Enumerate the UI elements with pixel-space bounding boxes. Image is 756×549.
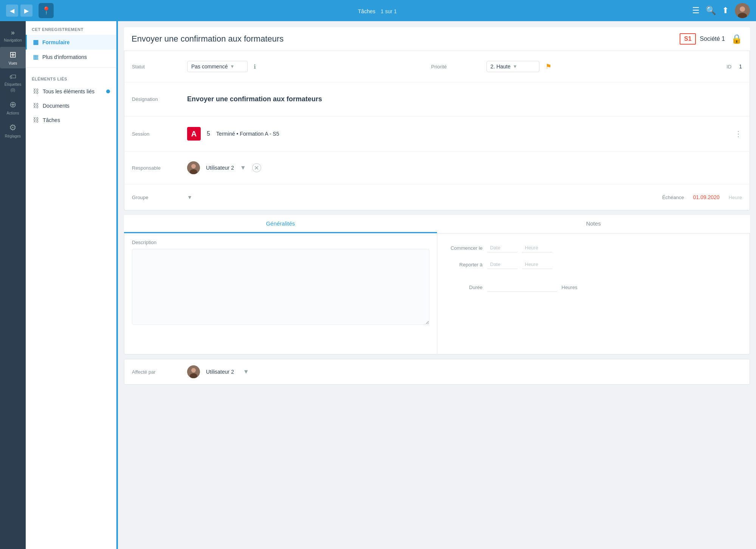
- tabs-row: Généralités Notes: [124, 215, 750, 234]
- left-panel-item-tous[interactable]: ⛓ Tous les éléments liés: [26, 84, 116, 99]
- heures-label: Heures: [562, 285, 578, 290]
- search-button[interactable]: 🔍: [706, 6, 716, 15]
- priority-flag-icon: ⚑: [545, 62, 552, 71]
- affecte-avatar: [187, 365, 200, 378]
- society-name: Société 1: [700, 36, 725, 42]
- actions-icon: ⊕: [9, 100, 16, 110]
- responsable-chevron[interactable]: ▼: [240, 164, 246, 171]
- svg-point-7: [191, 368, 196, 373]
- sidebar-item-reglages[interactable]: ⚙ Réglages: [0, 120, 26, 141]
- priorite-label: Priorité: [431, 64, 480, 70]
- society-badge: S1: [680, 33, 696, 45]
- statut-label: Statut: [132, 64, 181, 70]
- affecte-chevron[interactable]: ▼: [243, 368, 249, 375]
- tous-label: Tous les éléments liés: [43, 88, 94, 94]
- topbar: ◀ ▶ 📍 Tâches 1 sur 1 ☰ 🔍 ⬆: [0, 0, 756, 21]
- priorite-value: 2. Haute: [491, 63, 511, 70]
- session-more-icon[interactable]: ⋮: [734, 129, 742, 138]
- form-section-designation: Désignation: [124, 82, 750, 116]
- sidebar-label-etiquettes-count: (0): [11, 88, 15, 92]
- angular-letter: A: [191, 130, 197, 138]
- echeance-label: Échéance: [662, 195, 684, 200]
- groupe-select[interactable]: ▼: [187, 194, 192, 200]
- description-textarea[interactable]: [132, 249, 429, 325]
- divider: [26, 67, 116, 68]
- groupe-echeance-row: Groupe ▼ Échéance 01.09.2020 Heure: [132, 190, 742, 204]
- formulaire-icon: ▦: [33, 39, 39, 46]
- statut-chevron: ▼: [230, 64, 234, 69]
- main-content: Envoyer une confirmation aux formateurs …: [118, 21, 756, 549]
- formulaire-label: Formulaire: [42, 39, 70, 45]
- left-panel-item-documents[interactable]: ⛓ Documents: [26, 99, 116, 113]
- documents-label: Documents: [43, 103, 70, 109]
- priorite-chevron: ▼: [513, 64, 517, 69]
- app-layout: » Navigation ⊞ Vues 🏷 Étiquettes (0) ⊕ A…: [0, 21, 756, 549]
- record-header: Envoyer une confirmation aux formateurs …: [124, 27, 750, 51]
- duree-input[interactable]: [487, 283, 557, 292]
- sidebar-item-navigation[interactable]: » Navigation: [0, 26, 26, 45]
- tab-notes-label: Notes: [586, 220, 601, 227]
- left-panel-item-plus[interactable]: ▦ Plus d'informations: [26, 49, 116, 64]
- echeance-heure-placeholder: Heure: [729, 195, 742, 200]
- page-title: Tâches: [358, 8, 375, 14]
- designation-label: Désignation: [132, 96, 181, 102]
- statut-info-icon[interactable]: ℹ: [254, 63, 256, 70]
- affecte-par-card: Affecté par Utilisateur 2 ▼: [124, 359, 750, 385]
- statut-select[interactable]: Pas commencé ▼: [187, 61, 248, 72]
- groupe-label: Groupe: [132, 195, 181, 200]
- form-section-groupe: Groupe ▼ Échéance 01.09.2020 Heure: [124, 184, 750, 210]
- tabs-content: Description Commencer le Date Heure Repo…: [124, 234, 750, 354]
- form-section-session: Session A 5 Terminé • Formation A - S5 ⋮: [124, 116, 750, 152]
- sidebar-item-actions[interactable]: ⊕ Actions: [0, 97, 26, 118]
- left-panel-item-taches[interactable]: ⛓ Tâches: [26, 113, 116, 127]
- navigation-icon: »: [11, 29, 15, 37]
- back-button[interactable]: ◀: [6, 5, 18, 17]
- tab-generalites[interactable]: Généralités: [124, 215, 437, 233]
- tab-dates-panel: Commencer le Date Heure Reporter à Date …: [437, 234, 750, 354]
- icon-sidebar: » Navigation ⊞ Vues 🏷 Étiquettes (0) ⊕ A…: [0, 21, 26, 549]
- vues-icon: ⊞: [9, 50, 16, 60]
- reporter-heure-placeholder[interactable]: Heure: [522, 260, 552, 269]
- tous-badge: [106, 90, 110, 93]
- responsable-clear-button[interactable]: ✕: [252, 163, 261, 172]
- sidebar-label-actions: Actions: [7, 111, 19, 115]
- plus-info-icon: ▦: [33, 53, 39, 60]
- left-panel-item-formulaire[interactable]: ▦ Formulaire: [26, 35, 116, 49]
- designation-input[interactable]: [187, 92, 742, 106]
- tab-generalites-label: Généralités: [266, 220, 295, 227]
- responsable-row: Responsable Utilisateur 2 ▼ ✕: [132, 158, 742, 178]
- form-card: Statut Pas commencé ▼ ℹ Priorité 2. Haut…: [124, 51, 750, 210]
- section-title-enregistrement: CET ENREGISTREMENT: [26, 21, 116, 35]
- description-label: Description: [132, 240, 429, 245]
- designation-row: Désignation: [132, 88, 742, 110]
- reporter-label: Reporter à: [445, 262, 483, 268]
- record-count: 1 sur 1: [381, 8, 397, 14]
- location-icon: 📍: [42, 6, 51, 15]
- sidebar-label-etiquettes: Étiquettes: [5, 82, 21, 87]
- reporter-date-placeholder[interactable]: Date: [487, 260, 517, 269]
- menu-button[interactable]: ☰: [692, 6, 700, 15]
- logo-button[interactable]: 📍: [39, 3, 54, 18]
- reporter-row: Reporter à Date Heure: [445, 256, 742, 273]
- responsable-name: Utilisateur 2: [206, 165, 234, 171]
- priorite-select[interactable]: 2. Haute ▼: [486, 61, 539, 72]
- session-logo: A: [187, 127, 201, 141]
- duree-row: Durée Heures: [445, 279, 742, 295]
- id-label: ID: [727, 64, 731, 70]
- commencer-date-placeholder[interactable]: Date: [487, 243, 517, 252]
- upload-button[interactable]: ⬆: [722, 6, 729, 15]
- form-section-responsable: Responsable Utilisateur 2 ▼ ✕: [124, 152, 750, 184]
- forward-button[interactable]: ▶: [20, 5, 33, 17]
- left-panel: CET ENREGISTREMENT ▦ Formulaire ▦ Plus d…: [26, 21, 116, 549]
- section-title-elements: ÉLÉMENTS LIÉS: [26, 71, 116, 84]
- commencer-heure-placeholder[interactable]: Heure: [522, 243, 552, 252]
- avatar[interactable]: [735, 3, 750, 18]
- sidebar-item-vues[interactable]: ⊞ Vues: [0, 47, 26, 68]
- topbar-nav-buttons: ◀ ▶: [6, 5, 33, 17]
- sidebar-item-etiquettes[interactable]: 🏷 Étiquettes (0): [0, 70, 26, 95]
- sidebar-label-reglages: Réglages: [5, 134, 21, 138]
- reglages-icon: ⚙: [9, 123, 17, 133]
- id-value: 1: [739, 63, 742, 70]
- groupe-chevron: ▼: [187, 194, 192, 200]
- tab-notes[interactable]: Notes: [437, 215, 750, 233]
